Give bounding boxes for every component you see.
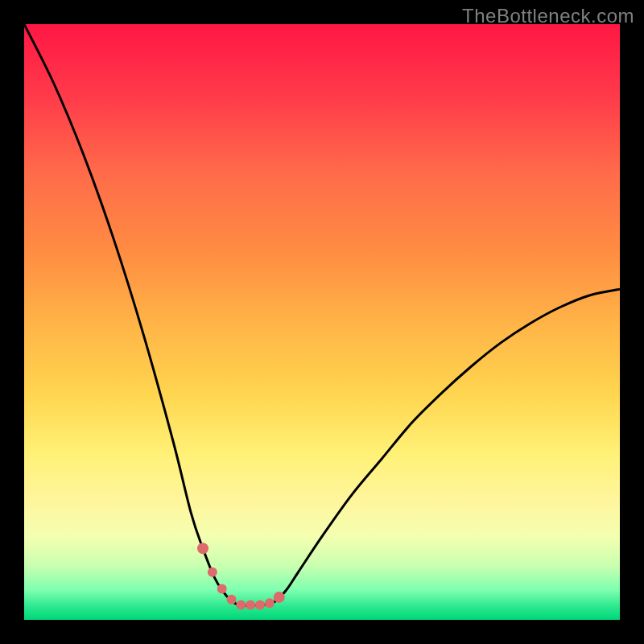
curve-marker-dot	[236, 601, 246, 610]
chart-container	[24, 24, 620, 620]
curve-marker-dot	[274, 592, 285, 603]
curve-marker-dot	[265, 598, 275, 608]
bottleneck-curve	[24, 24, 620, 620]
curve-marker-dot	[217, 584, 227, 594]
curve-marker-dot	[255, 601, 265, 610]
curve-marker-dot	[208, 568, 217, 577]
curve-marker-dot	[246, 601, 255, 610]
curve-marker-dot	[197, 543, 208, 554]
curve-marker-dot	[227, 595, 237, 605]
watermark-text: TheBottleneck.com	[462, 5, 634, 27]
